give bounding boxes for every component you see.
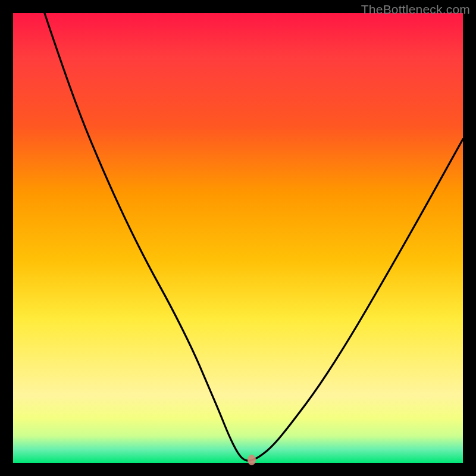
watermark-text: TheBottleneck.com [361, 2, 470, 17]
plot-area [13, 13, 463, 463]
curve-canvas [13, 13, 463, 463]
minimum-marker [248, 455, 256, 465]
chart-frame: TheBottleneck.com [0, 0, 476, 476]
